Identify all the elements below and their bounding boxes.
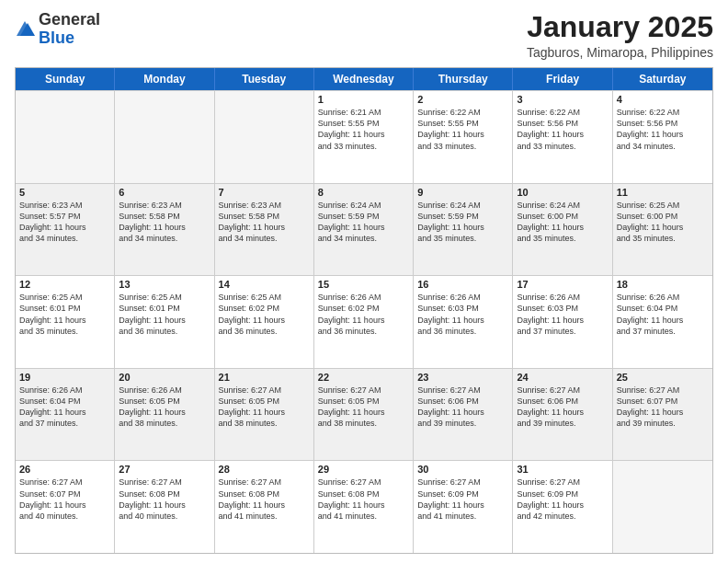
day-number: 22 [318,372,409,383]
day-number: 4 [617,94,709,105]
cal-row-4: 26Sunrise: 6:27 AM Sunset: 6:07 PM Dayli… [16,460,712,553]
day-info: Sunrise: 6:23 AM Sunset: 5:58 PM Dayligh… [219,200,310,245]
day-info: Sunrise: 6:26 AM Sunset: 6:04 PM Dayligh… [617,292,709,337]
header-day-thursday: Thursday [414,68,513,90]
day-info: Sunrise: 6:27 AM Sunset: 6:08 PM Dayligh… [219,477,310,522]
cal-cell-r3c5: 24Sunrise: 6:27 AM Sunset: 6:06 PM Dayli… [513,369,612,461]
calendar: SundayMondayTuesdayWednesdayThursdayFrid… [15,67,713,554]
day-number: 3 [517,94,608,105]
cal-cell-r4c5: 31Sunrise: 6:27 AM Sunset: 6:09 PM Dayli… [513,461,612,553]
day-info: Sunrise: 6:25 AM Sunset: 6:01 PM Dayligh… [119,292,210,337]
logo-blue: Blue [39,29,74,47]
day-number: 13 [119,279,210,290]
day-number: 10 [517,187,608,198]
day-number: 15 [318,279,409,290]
calendar-body: 1Sunrise: 6:21 AM Sunset: 5:55 PM Daylig… [16,90,712,553]
day-info: Sunrise: 6:27 AM Sunset: 6:07 PM Dayligh… [617,385,709,430]
day-number: 5 [19,187,110,198]
day-number: 1 [318,94,409,105]
day-number: 28 [219,464,310,475]
calendar-header-row: SundayMondayTuesdayWednesdayThursdayFrid… [16,68,712,90]
cal-cell-r2c0: 12Sunrise: 6:25 AM Sunset: 6:01 PM Dayli… [16,276,115,368]
cal-cell-r2c1: 13Sunrise: 6:25 AM Sunset: 6:01 PM Dayli… [115,276,214,368]
day-number: 24 [517,372,608,383]
day-number: 17 [517,279,608,290]
cal-cell-r2c2: 14Sunrise: 6:25 AM Sunset: 6:02 PM Dayli… [215,276,314,368]
cal-cell-r4c0: 26Sunrise: 6:27 AM Sunset: 6:07 PM Dayli… [16,461,115,553]
header-day-friday: Friday [513,68,612,90]
day-number: 2 [417,94,508,105]
day-number: 20 [119,372,210,383]
day-info: Sunrise: 6:27 AM Sunset: 6:08 PM Dayligh… [119,477,210,522]
cal-cell-r0c6: 4Sunrise: 6:22 AM Sunset: 5:56 PM Daylig… [613,91,712,183]
cal-cell-r0c4: 2Sunrise: 6:22 AM Sunset: 5:55 PM Daylig… [414,91,513,183]
day-number: 19 [19,372,110,383]
cal-cell-r3c6: 25Sunrise: 6:27 AM Sunset: 6:07 PM Dayli… [613,369,712,461]
cal-cell-r4c4: 30Sunrise: 6:27 AM Sunset: 6:09 PM Dayli… [414,461,513,553]
cal-row-3: 19Sunrise: 6:26 AM Sunset: 6:04 PM Dayli… [16,368,712,461]
logo: General Blue [15,11,100,48]
day-number: 27 [119,464,210,475]
day-info: Sunrise: 6:27 AM Sunset: 6:09 PM Dayligh… [417,477,508,522]
logo-icon [15,19,35,40]
day-number: 14 [219,279,310,290]
day-number: 11 [617,187,709,198]
cal-cell-r1c4: 9Sunrise: 6:24 AM Sunset: 5:59 PM Daylig… [414,184,513,276]
day-info: Sunrise: 6:26 AM Sunset: 6:05 PM Dayligh… [119,385,210,430]
header-day-saturday: Saturday [613,68,712,90]
cal-cell-r3c3: 22Sunrise: 6:27 AM Sunset: 6:05 PM Dayli… [314,369,414,461]
cal-cell-r3c2: 21Sunrise: 6:27 AM Sunset: 6:05 PM Dayli… [215,369,314,461]
cal-cell-r3c1: 20Sunrise: 6:26 AM Sunset: 6:05 PM Dayli… [115,369,214,461]
day-number: 7 [219,187,310,198]
cal-cell-r2c3: 15Sunrise: 6:26 AM Sunset: 6:02 PM Dayli… [314,276,414,368]
day-info: Sunrise: 6:26 AM Sunset: 6:02 PM Dayligh… [318,292,409,337]
cal-cell-r4c2: 28Sunrise: 6:27 AM Sunset: 6:08 PM Dayli… [215,461,314,553]
day-info: Sunrise: 6:27 AM Sunset: 6:05 PM Dayligh… [318,385,409,430]
cal-cell-r0c2 [215,91,314,183]
header: General Blue January 2025 Tagburos, Mima… [15,11,713,60]
cal-cell-r2c4: 16Sunrise: 6:26 AM Sunset: 6:03 PM Dayli… [414,276,513,368]
header-day-monday: Monday [115,68,214,90]
cal-cell-r0c0 [16,91,115,183]
day-info: Sunrise: 6:24 AM Sunset: 6:00 PM Dayligh… [517,200,608,245]
header-day-sunday: Sunday [16,68,115,90]
cal-cell-r1c0: 5Sunrise: 6:23 AM Sunset: 5:57 PM Daylig… [16,184,115,276]
day-number: 8 [318,187,409,198]
day-number: 9 [417,187,508,198]
day-number: 31 [517,464,608,475]
cal-cell-r1c2: 7Sunrise: 6:23 AM Sunset: 5:58 PM Daylig… [215,184,314,276]
day-info: Sunrise: 6:26 AM Sunset: 6:04 PM Dayligh… [19,385,110,430]
day-info: Sunrise: 6:27 AM Sunset: 6:06 PM Dayligh… [417,385,508,430]
title-block: January 2025 Tagburos, Mimaropa, Philipp… [527,11,713,60]
day-number: 16 [417,279,508,290]
day-number: 12 [19,279,110,290]
cal-cell-r4c6 [613,461,712,553]
cal-cell-r0c5: 3Sunrise: 6:22 AM Sunset: 5:56 PM Daylig… [513,91,612,183]
day-info: Sunrise: 6:25 AM Sunset: 6:00 PM Dayligh… [617,200,709,245]
day-info: Sunrise: 6:26 AM Sunset: 6:03 PM Dayligh… [517,292,608,337]
day-number: 26 [19,464,110,475]
logo-text: General Blue [39,11,100,48]
day-number: 6 [119,187,210,198]
logo-general: General [39,10,100,29]
cal-row-0: 1Sunrise: 6:21 AM Sunset: 5:55 PM Daylig… [16,90,712,183]
cal-cell-r1c1: 6Sunrise: 6:23 AM Sunset: 5:58 PM Daylig… [115,184,214,276]
cal-cell-r3c0: 19Sunrise: 6:26 AM Sunset: 6:04 PM Dayli… [16,369,115,461]
day-info: Sunrise: 6:25 AM Sunset: 6:02 PM Dayligh… [219,292,310,337]
day-info: Sunrise: 6:25 AM Sunset: 6:01 PM Dayligh… [19,292,110,337]
day-number: 21 [219,372,310,383]
day-number: 29 [318,464,409,475]
cal-cell-r1c6: 11Sunrise: 6:25 AM Sunset: 6:00 PM Dayli… [613,184,712,276]
day-number: 30 [417,464,508,475]
cal-cell-r4c3: 29Sunrise: 6:27 AM Sunset: 6:08 PM Dayli… [314,461,414,553]
day-info: Sunrise: 6:21 AM Sunset: 5:55 PM Dayligh… [318,107,409,152]
day-number: 23 [417,372,508,383]
day-info: Sunrise: 6:22 AM Sunset: 5:56 PM Dayligh… [517,107,608,152]
cal-row-1: 5Sunrise: 6:23 AM Sunset: 5:57 PM Daylig… [16,183,712,276]
cal-cell-r2c5: 17Sunrise: 6:26 AM Sunset: 6:03 PM Dayli… [513,276,612,368]
day-info: Sunrise: 6:27 AM Sunset: 6:08 PM Dayligh… [318,477,409,522]
day-info: Sunrise: 6:27 AM Sunset: 6:05 PM Dayligh… [219,385,310,430]
day-info: Sunrise: 6:23 AM Sunset: 5:58 PM Dayligh… [119,200,210,245]
day-info: Sunrise: 6:27 AM Sunset: 6:09 PM Dayligh… [517,477,608,522]
day-info: Sunrise: 6:24 AM Sunset: 5:59 PM Dayligh… [417,200,508,245]
